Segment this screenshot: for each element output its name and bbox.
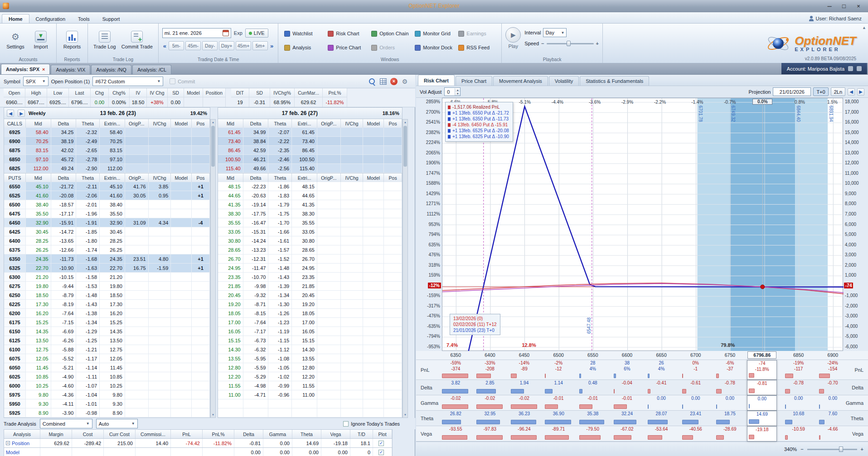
column-header-mid[interactable]: Mid	[218, 119, 243, 128]
ta-header-currcost[interactable]: Curr Cost	[104, 430, 136, 438]
projection-date-input[interactable]: 21/01/2026	[773, 87, 811, 96]
windows-button-price-chart[interactable]: Price Chart	[325, 42, 367, 53]
table-row-5950[interactable]: 59509.30-4.11-1.019.30	[4, 399, 210, 408]
table-row-6250[interactable]: 20.45-9.32-1.3420.45	[218, 291, 402, 300]
tab-analysis-vix[interactable]: Analysis: VIX	[51, 65, 90, 74]
table-row-6400[interactable]: 640028.25-13.65-1.8028.25	[4, 236, 210, 245]
grid-view-icon[interactable]	[380, 78, 387, 85]
column-header-mid[interactable]: Mid	[218, 173, 243, 182]
table-row-6175[interactable]: 617515.25-7.15-1.3415.25	[4, 318, 210, 327]
ta-header-t/d[interactable]: T/D	[350, 430, 373, 438]
tab-price-chart[interactable]: Price Chart	[456, 76, 492, 86]
table-row-5975[interactable]: 11.00-4.71-0.9611.00	[218, 390, 402, 399]
table-row-6500[interactable]: 650038.40-18.57-2.0138.40	[4, 200, 210, 209]
expiration-date-1[interactable]: 13 feb. 26 (23)	[49, 110, 187, 116]
column-header-model[interactable]: Model	[171, 119, 192, 128]
ta-row-position[interactable]: +Position629.62-289.42215.0014.40-74.42-…	[4, 439, 393, 448]
tab-analysis-spx[interactable]: Analysis: SPX ×	[1, 64, 50, 74]
zoom-in-icon[interactable]: +	[861, 446, 863, 452]
auto-select[interactable]: Auto ▼	[96, 419, 138, 428]
menu-home[interactable]: Home	[2, 14, 29, 23]
zoom-slider-thumb[interactable]	[839, 446, 843, 452]
speed-minus-icon[interactable]: −	[541, 41, 544, 46]
table-row-6825[interactable]: 6825112.0049.24-2.90112.00	[4, 164, 210, 173]
windows-button-earnings[interactable]: Earnings	[456, 28, 498, 39]
table-row-6100[interactable]: 14.30-6.32-1.1214.30	[218, 345, 402, 354]
column-header-origp[interactable]: OrigP...	[125, 119, 149, 128]
ta-header-pnl%[interactable]: PnL%	[203, 430, 234, 438]
interval-select[interactable]: Day ▼	[543, 28, 567, 37]
table-row-6275[interactable]: 21.85-9.98-1.3921.85	[218, 282, 402, 291]
table-row-6850[interactable]: 100.5046.21-2.46100.50	[218, 155, 402, 164]
menu-support[interactable]: Support	[96, 14, 126, 23]
ta-header-delta[interactable]: Delta	[234, 430, 263, 438]
column-header-ivchg[interactable]: IVChg	[149, 119, 171, 128]
menu-tools[interactable]: Tools	[72, 14, 96, 23]
table-row-6025[interactable]: 602510.85-4.90-1.1110.85	[4, 372, 210, 381]
pin-icon[interactable]	[848, 66, 853, 71]
table-row-6325[interactable]: 24.95-11.47-1.4824.95	[218, 264, 402, 273]
ta-header-vega[interactable]: Vega	[321, 430, 350, 438]
table-row-6350[interactable]: 635024.35-11.73-1.6824.3523.514.80+1	[4, 254, 210, 264]
table-row-6075[interactable]: 13.55-5.95-1.0813.55	[218, 354, 402, 363]
step-button-5m-[interactable]: 5m-	[169, 41, 184, 50]
commit-trade-button[interactable]: Commit Trade	[120, 26, 155, 54]
table-row-6300[interactable]: 23.35-10.70-1.4323.35	[218, 273, 402, 282]
column-header-delta[interactable]: Delta	[243, 119, 269, 128]
chain-scrollbar-1[interactable]: ▲ ▼	[210, 119, 216, 418]
windows-button-orders[interactable]: Orders	[369, 42, 411, 53]
spin-up-icon[interactable]: ▲	[455, 88, 460, 92]
tab-risk-chart[interactable]: Risk Chart	[418, 75, 455, 86]
risk-chart-plot[interactable]: 6701.786749.326844.406891.946547.487.4%1…	[442, 98, 843, 351]
column-header-theta[interactable]: Theta	[76, 173, 100, 182]
column-header-theta[interactable]: Theta	[268, 173, 292, 182]
table-row-6375[interactable]: 637526.25-12.66-1.7426.25	[4, 245, 210, 254]
menu-configuration[interactable]: Configuration	[29, 14, 72, 23]
table-row-6050[interactable]: 12.80-5.59-1.0512.80	[218, 363, 402, 372]
table-row-6050[interactable]: 605011.45-5.21-1.1411.45	[4, 363, 210, 372]
table-row-6125[interactable]: 612513.50-6.26-1.2513.50	[4, 336, 210, 345]
column-header-delta[interactable]: Delta	[51, 173, 77, 182]
chain-settings-icon[interactable]: ⚙	[401, 77, 409, 86]
table-row-6925[interactable]: 692558.4034.25-2.3258.40	[4, 128, 210, 137]
symbol-select[interactable]: SPX ▼	[23, 77, 48, 86]
column-header-model[interactable]: Model	[171, 173, 192, 182]
table-row-6000[interactable]: 600010.25-4.60-1.0710.25	[4, 381, 210, 390]
zoom-slider[interactable]	[807, 446, 857, 452]
table-row-6350[interactable]: 26.70-12.31-1.5226.70	[218, 254, 402, 264]
scroll-down-icon[interactable]: ▼	[403, 413, 407, 417]
step-forward-fast-button[interactable]: »	[269, 43, 274, 49]
trading-date-input[interactable]: mi. 21 ene. 2026	[162, 28, 231, 38]
windows-button-monitor-grid[interactable]: Monitor Grid	[412, 28, 454, 39]
column-header-calls[interactable]: CALLS	[4, 119, 26, 128]
column-header-mid[interactable]: Mid	[26, 119, 51, 128]
scrollbar-thumb[interactable]	[403, 126, 407, 167]
tab-analysis-nq[interactable]: Analysis: /NQ	[91, 65, 131, 74]
column-header-extrin[interactable]: Extrin...	[100, 173, 125, 182]
ignore-todays-trades-checkbox[interactable]	[343, 421, 349, 427]
windows-button-risk-chart[interactable]: Risk Chart	[325, 28, 367, 39]
table-row-6200[interactable]: 18.05-8.15-1.2618.05	[218, 309, 402, 318]
column-header-delta[interactable]: Delta	[51, 119, 77, 128]
column-header-puts[interactable]: PUTS	[4, 173, 26, 182]
table-row-6900[interactable]: 73.4038.84-2.2273.40	[218, 137, 402, 146]
analysis-mode-select[interactable]: Combined ▼	[40, 419, 92, 428]
table-row-6425[interactable]: 642530.45-14.72-1.8530.45	[4, 227, 210, 236]
table-row-6875[interactable]: 86.4542.59-2.3586.45	[218, 146, 402, 155]
table-row-6925[interactable]: 61.4534.99-2.0761.45	[218, 128, 402, 137]
table-row-6850[interactable]: 685097.1045.72-2.7897.10	[4, 155, 210, 164]
table-row-6075[interactable]: 607512.05-5.52-1.1712.05	[4, 354, 210, 363]
windows-button-option-chain[interactable]: Option Chain	[369, 28, 411, 39]
table-row-6325[interactable]: 632522.70-10.90-1.6322.7016.75-1.59+1	[4, 264, 210, 273]
strategy-select[interactable]: #672 Custom ▼	[92, 77, 163, 86]
column-header-origp[interactable]: OrigP...	[125, 173, 149, 182]
windows-button-monitor-dock[interactable]: Monitor Dock	[412, 42, 454, 53]
column-header-pos[interactable]: Pos	[192, 119, 210, 128]
ta-header-gamma[interactable]: Gamma	[263, 430, 292, 438]
menu-icon[interactable]	[857, 66, 862, 71]
table-row-6500[interactable]: 41.35-19.14-1.7941.35	[218, 200, 402, 209]
table-row-6225[interactable]: 622517.30-8.19-1.4317.30	[4, 300, 210, 309]
table-row-6225[interactable]: 19.20-8.71-1.3019.20	[218, 300, 402, 309]
ta-header-pnl[interactable]: PnL	[171, 430, 203, 438]
step-button-Day-[interactable]: Day-	[202, 41, 218, 50]
